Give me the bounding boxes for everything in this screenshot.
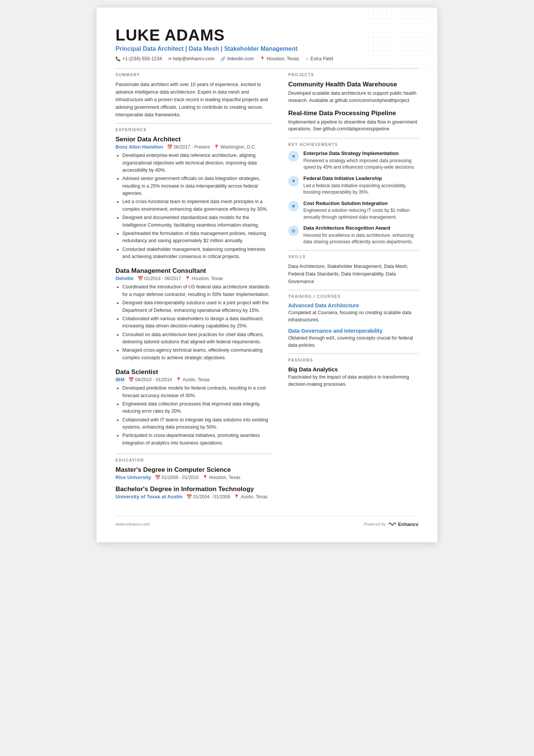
summary-label: SUMMARY — [116, 72, 273, 77]
cal-icon-edu-1: 📅 — [186, 494, 192, 499]
edu-meta-0: Rice University 📅 01/2008 - 01/2010 📍 Ho… — [116, 474, 273, 480]
achievement-1: ♥ Federal Data Initiative Leadership Led… — [288, 175, 418, 196]
cal-icon-1: 📅 — [137, 276, 143, 281]
edu-location-0: 📍 Houston, Texas — [202, 475, 240, 480]
bullet-1-3: Consulted on data architecture best prac… — [122, 331, 273, 346]
company-1: Deloitte — [116, 275, 134, 281]
enhancv-symbol — [388, 521, 397, 527]
date-1: 📅 01/2014 - 06/2017 — [137, 276, 181, 281]
training-desc-1: Obtained through edX, covering concepts … — [288, 335, 418, 349]
bullet-0-3: Designed and documented standardized dat… — [122, 214, 273, 229]
achievement-icon-2: ★ — [288, 201, 299, 211]
project-desc-0: Developed scalable data architecture to … — [288, 90, 418, 104]
achievement-title-3: Data Architecture Recognition Award — [303, 225, 418, 232]
project-title-0: Community Health Data Warehouse — [288, 81, 418, 88]
achievement-icon-3: ⚙ — [288, 225, 299, 236]
loc-icon-0: 📍 — [214, 144, 219, 150]
linkedin-text: linkedin.com — [227, 56, 253, 61]
achievement-icon-1: ♥ — [288, 176, 299, 186]
training-label: TRAINING / COURSES — [288, 294, 418, 299]
bullet-2-2: Collaborated with IT teams to integrate … — [122, 416, 273, 431]
edu-divider — [116, 454, 273, 454]
edu-degree-1: Bachelor's Degree in Information Technol… — [116, 485, 273, 493]
summary-section: SUMMARY Passionate data architect with o… — [116, 72, 273, 119]
location-text: Houston, Texas — [267, 56, 299, 61]
project-desc-1: Implemented a pipeline to streamline dat… — [288, 119, 418, 133]
enhancv-brand-text: Enhancv — [398, 521, 418, 527]
training-section: TRAINING / COURSES Advanced Data Archite… — [288, 294, 418, 349]
education-label: EDUCATION — [116, 458, 273, 462]
star-icon: ☆ — [305, 56, 309, 61]
full-name: LUKE ADAMS — [116, 27, 418, 44]
left-column: SUMMARY Passionate data architect with o… — [116, 72, 273, 505]
bullet-1-0: Coordinated the introduction of US feder… — [122, 283, 273, 298]
resume-page: LUKE ADAMS Principal Data Architect | Da… — [97, 8, 437, 542]
phone-icon: 📞 — [116, 56, 121, 61]
edu-block-0: Master's Degree in Computer Science Rice… — [116, 466, 273, 480]
header-divider — [116, 68, 418, 69]
header-section: LUKE ADAMS Principal Data Architect | Da… — [116, 27, 418, 61]
bullets-1: Coordinated the introduction of US feder… — [116, 283, 273, 362]
achievement-desc-3: Honored for excellence in data architect… — [303, 232, 418, 246]
bullet-1-2: Collaborated with various stakeholders t… — [122, 315, 273, 330]
edu-meta-1: University of Texas at Austin 📅 01/2004 … — [116, 494, 273, 499]
extra-text: Extra Field — [311, 56, 333, 61]
job-meta-2: IBM 📅 08/2010 - 01/2014 📍 Austin, Texas — [116, 377, 273, 382]
summary-divider — [116, 123, 273, 124]
powered-by-text: Powered by — [364, 522, 386, 526]
bullet-0-2: Led a cross-functional team to implement… — [122, 198, 273, 213]
edu-location-1: 📍 Austin, Texas — [234, 494, 267, 499]
footer-website: www.enhancv.com — [116, 522, 150, 526]
cal-icon-0: 📅 — [167, 144, 173, 150]
achievement-title-2: Cost Reduction Solution Integration — [303, 200, 418, 207]
training-title-1: Data Governance and Interoperability — [288, 328, 418, 334]
edu-school-1: University of Texas at Austin — [116, 494, 183, 499]
edu-date-1: 📅 01/2004 - 01/2008 — [186, 494, 230, 499]
projects-label: PROJECTS — [288, 72, 418, 77]
company-2: IBM — [116, 377, 125, 382]
skills-section: SKILLS Data Architecture, Stakeholder Ma… — [288, 254, 418, 285]
date-0: 📅 06/2017 - Present — [167, 144, 210, 150]
edu-date-0: 📅 01/2008 - 01/2010 — [155, 475, 198, 480]
training-desc-0: Completed at Coursera, focusing on creat… — [288, 309, 418, 324]
contact-linkedin: 🔗 linkedin.com — [220, 56, 253, 61]
bullet-0-4: Spearheaded the formulation of data mana… — [122, 230, 273, 245]
loc-icon-edu-0: 📍 — [202, 475, 208, 480]
experience-section: EXPERIENCE Senior Data Architect Booz Al… — [116, 127, 273, 447]
achievements-divider — [288, 138, 418, 138]
project-title-1: Real-time Data Processing Pipeline — [288, 110, 418, 117]
passions-section: PASSIONS Big Data Analytics Fascinated b… — [288, 358, 418, 388]
loc-icon-edu-1: 📍 — [234, 494, 239, 499]
achievements-section: KEY ACHIEVEMENTS ♥ Enterprise Data Strat… — [288, 142, 418, 246]
job-title-2: Data Scientist — [116, 368, 273, 376]
cal-icon-edu-0: 📅 — [155, 475, 161, 480]
cal-icon-2: 📅 — [128, 377, 134, 382]
skills-divider — [288, 250, 418, 250]
achievement-2: ★ Cost Reduction Solution Integration En… — [288, 200, 418, 221]
achievement-desc-1: Led a federal data initiative expanding … — [303, 183, 418, 196]
job-block-2: Data Scientist IBM 📅 08/2010 - 01/2014 📍… — [116, 368, 273, 447]
achievement-icon-0: ♥ — [288, 151, 299, 161]
location-1: 📍 Houston, Texas — [185, 276, 223, 281]
main-content: SUMMARY Passionate data architect with o… — [116, 72, 418, 505]
email-text: help@enhancv.com — [173, 56, 215, 61]
achievement-0: ♥ Enterprise Data Strategy Implementatio… — [288, 150, 418, 171]
job-title-0: Senior Data Architect — [116, 136, 273, 143]
contact-email: ✉ help@enhancv.com — [168, 56, 215, 61]
location-2: 📍 Austin, Texas — [176, 377, 209, 382]
job-meta-0: Booz Allen Hamilton 📅 06/2017 - Present … — [116, 144, 273, 150]
training-title-0: Advanced Data Architecture — [288, 302, 418, 308]
education-section: EDUCATION Master's Degree in Computer Sc… — [116, 458, 273, 499]
bullet-2-3: Participated in cross-departmental initi… — [122, 432, 273, 447]
bullet-0-1: Advised senior government officials on d… — [122, 175, 273, 197]
training-item-1: Data Governance and Interoperability Obt… — [288, 328, 418, 349]
linkedin-icon: 🔗 — [220, 56, 226, 61]
location-icon: 📍 — [260, 56, 265, 61]
achievements-label: KEY ACHIEVEMENTS — [288, 142, 418, 147]
job-title: Principal Data Architect | Data Mesh | S… — [116, 45, 418, 52]
right-column: PROJECTS Community Health Data Warehouse… — [288, 72, 418, 505]
job-block-1: Data Management Consultant Deloitte 📅 01… — [116, 267, 273, 362]
job-title-1: Data Management Consultant — [116, 267, 273, 275]
summary-text: Passionate data architect with over 10 y… — [116, 81, 273, 119]
footer-brand: Powered by Enhancv — [364, 521, 418, 527]
